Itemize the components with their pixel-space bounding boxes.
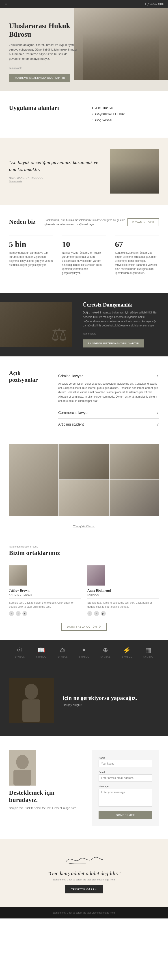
positions-left: Açık pozisyonlar	[9, 370, 49, 430]
hero-read-more[interactable]: Tam makale	[9, 67, 78, 69]
stat-number: 5 bin	[9, 240, 53, 249]
position-name-commercial: Commercial lawyer	[58, 411, 89, 415]
quote-read-more[interactable]: Tam makale	[9, 180, 22, 183]
list-item: Aile Hukuku	[95, 106, 159, 110]
icon-label-2: SYMBOL	[58, 655, 68, 658]
form-name-input[interactable]	[99, 760, 152, 767]
icons-row: ☉ SYMBOL 📖 SYMBOL ⚖ SYMBOL ✦ SYMBOL ⊕ SY…	[0, 640, 168, 665]
quote-section: "En büyük önceliğim güveninizi kazanmak …	[0, 138, 168, 205]
partner-socials-1: f 𝕏 ▶	[87, 611, 159, 616]
position-detail-criminal: Answer: Lorem ipsum dolor sit amet, cons…	[58, 382, 159, 407]
support-left: Desteklemek için buradayız. Sample text.…	[9, 750, 83, 826]
quote-footer-sub: Sample text. Click to select the test El…	[9, 878, 159, 881]
gallery-more-link[interactable]: Tüm görüntüler →	[73, 525, 95, 528]
dark-section-content: Ücretsiz Danışmanlık Doğru hukuki firmam…	[72, 293, 168, 356]
gallery	[0, 444, 168, 521]
hero-title: Uluslararası Hukuk Bürosu	[9, 21, 78, 39]
svg-point-1	[25, 684, 38, 699]
list-item: Göç Yasası	[95, 118, 159, 122]
menu-icon[interactable]: ☰	[5, 2, 7, 6]
partners-more-button[interactable]: DAHA FAZLA GÖRÜNTÜ	[61, 623, 107, 631]
gallery-item-1	[9, 444, 58, 516]
gallery-image-2	[59, 444, 109, 479]
neden-btn[interactable]: DEVAMINI OKU	[128, 218, 159, 226]
partners-eyebrow: Tarafından ücretler Freshiz	[9, 545, 159, 548]
hero-cta-button[interactable]: RANDEVU REZERVASYONU YAPTIR	[9, 74, 70, 82]
icon-item-1[interactable]: 📖 SYMBOL	[36, 646, 46, 658]
hero-image	[74, 8, 168, 80]
list-item: Gayrimenkul Hukuku	[95, 112, 159, 116]
gallery-more: Tüm görüntüler →	[0, 521, 168, 532]
icon-symbol-6: ▦	[146, 646, 151, 654]
stat-desc: Kentteki çözümlerin. Ülkemizde birçok ül…	[115, 251, 159, 275]
dark-cta-content: için ne gerekiyorsa yapacağız. Herşey ol…	[63, 695, 159, 706]
form-message-label: Message	[99, 785, 152, 788]
phone-number: +1 (234) 567-8910	[143, 2, 163, 6]
stat-desc: Herşey dünyanın yanında ve tüm kurumlard…	[9, 251, 53, 267]
support-title: Desteklemek için buradayız.	[9, 789, 83, 803]
partner-role-1: KURUCU	[87, 593, 159, 596]
icon-item-4[interactable]: ⊕ SYMBOL	[100, 646, 110, 658]
icon-item-5[interactable]: ⚡ SYMBOL	[122, 646, 132, 658]
footer-text: Sample text. Click to select the test El…	[9, 911, 159, 914]
apps-left: Uygulama alanları	[9, 104, 77, 111]
gallery-item-5	[110, 480, 159, 516]
gallery-image-5	[110, 480, 159, 516]
position-item-student[interactable]: Articling student ∨	[58, 418, 159, 430]
support-avatar	[9, 750, 36, 786]
dark-section-cta-button[interactable]: RANDEVU REZERVASYONU YAPTIR	[83, 339, 144, 347]
form-email-group: Email	[99, 771, 152, 781]
hero-subtitle: Zorluklarla anlaşma, ticaret, ihracat ve…	[9, 43, 78, 61]
position-item-criminal[interactable]: Criminal lawyer ∧ Answer: Lorem ipsum do…	[58, 370, 159, 407]
quote-footer-text: "Gecikmiş adalet adalet değildir."	[9, 870, 159, 877]
partner-name-0: Jeffrey Brown	[9, 589, 81, 592]
icon-symbol-2: ⚖	[60, 646, 66, 654]
gallery-image-1	[9, 444, 58, 516]
dark-section-title: Ücretsiz Danışmanlık	[83, 302, 157, 308]
form-email-label: Email	[99, 771, 152, 773]
neden-header: Neden biz Baskılarımız, tüm hukuki mesel…	[9, 218, 159, 227]
youtube-icon[interactable]: ▶	[101, 611, 106, 616]
apps-section: Uygulama alanları Aile Hukuku Gayrimenku…	[0, 91, 168, 138]
stat-number: 67	[115, 240, 159, 249]
youtube-icon[interactable]: ▶	[22, 611, 27, 616]
facebook-icon[interactable]: f	[9, 611, 14, 616]
quote-author: NICK MANSION, KURUCU	[9, 177, 101, 179]
icon-label-4: SYMBOL	[100, 655, 110, 658]
icon-label-3: SYMBOL	[79, 655, 89, 658]
facebook-icon[interactable]: f	[87, 611, 92, 616]
quote-footer-btn[interactable]: TEMETTü ÖĞREN	[65, 885, 103, 893]
partner-avatar-0	[9, 565, 27, 585]
twitter-icon[interactable]: 𝕏	[94, 611, 99, 616]
form-message-textarea[interactable]	[99, 789, 152, 807]
position-row-criminal[interactable]: Criminal lawyer ∧	[58, 370, 159, 382]
form-name-label: Name	[99, 756, 152, 759]
position-item-commercial[interactable]: Commercial lawyer ∨	[58, 407, 159, 418]
dark-section-read-more[interactable]: Tam makale	[83, 332, 157, 335]
form-submit-button[interactable]: GÖNDERMEK	[99, 811, 152, 819]
icon-item-0[interactable]: ☉ SYMBOL	[15, 646, 25, 658]
partner-socials-0: f 𝕏 ▶	[9, 611, 81, 616]
quote-image	[110, 149, 159, 194]
stat-item-0: 5 bin Herşey dünyanın yanında ve tüm kur…	[9, 235, 53, 275]
dark-cta-section: için ne gerekiyorsa yapacağız. Herşey ol…	[0, 665, 168, 737]
neden-title: Neden biz	[9, 218, 35, 225]
partner-avatar-1	[87, 565, 105, 585]
icon-item-3[interactable]: ✦ SYMBOL	[79, 646, 89, 658]
gallery-item-3	[110, 444, 159, 479]
stat-item-2: 67 Kentteki çözümlerin. Ülkemizde birçok…	[115, 235, 159, 275]
icon-item-6[interactable]: ▦ SYMBOL	[143, 646, 154, 658]
apps-right: Aile Hukuku Gayrimenkul Hukuku Göç Yasas…	[91, 104, 159, 124]
icon-item-2[interactable]: ⚖ SYMBOL	[58, 646, 68, 658]
twitter-icon[interactable]: 𝕏	[16, 611, 21, 616]
partners-grid: Jeffrey Brown YARDIMCI LIDER Sample text…	[9, 565, 159, 616]
neden-desc: Baskılarımız, tüm hukuki meselelerinize …	[45, 218, 128, 227]
chevron-up-icon: ∧	[156, 374, 159, 378]
icon-label-0: SYMBOL	[15, 655, 25, 658]
icon-symbol-3: ✦	[81, 646, 86, 654]
partner-name-1: Anne Richmond	[87, 589, 159, 592]
quote-left: "En büyük önceliğim güveninizi kazanmak …	[9, 159, 101, 183]
gallery-image-3	[110, 444, 159, 479]
form-email-input[interactable]	[99, 775, 152, 781]
dark-section-image	[0, 302, 72, 347]
